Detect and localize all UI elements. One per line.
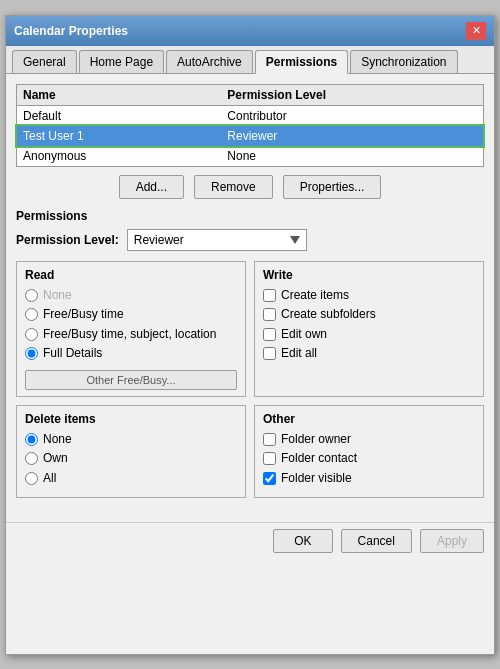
lower-permissions-sections: Delete items None Own All Other	[16, 405, 484, 498]
other-folder-owner-checkbox[interactable]	[263, 433, 276, 446]
properties-button[interactable]: Properties...	[283, 175, 382, 199]
write-edit-all-label: Edit all	[281, 346, 317, 362]
row-level: Contributor	[227, 109, 477, 123]
write-create-items-row: Create items	[263, 288, 475, 304]
write-edit-own-label: Edit own	[281, 327, 327, 343]
apply-button[interactable]: Apply	[420, 529, 484, 553]
other-freebusy-button[interactable]: Other Free/Busy...	[25, 370, 237, 390]
other-folder-visible-checkbox[interactable]	[263, 472, 276, 485]
dialog-window: Calendar Properties ✕ General Home Page …	[5, 15, 495, 655]
header-level: Permission Level	[227, 88, 477, 102]
read-freebusy-radio[interactable]	[25, 308, 38, 321]
delete-own-radio[interactable]	[25, 452, 38, 465]
write-create-items-checkbox[interactable]	[263, 289, 276, 302]
delete-all-row: All	[25, 471, 237, 487]
delete-own-label: Own	[43, 451, 68, 467]
other-folder-visible-row: Folder visible	[263, 471, 475, 487]
dialog-title: Calendar Properties	[14, 24, 128, 38]
write-create-subfolders-checkbox[interactable]	[263, 308, 276, 321]
write-edit-all-row: Edit all	[263, 346, 475, 362]
read-freebusy-label: Free/Busy time	[43, 307, 124, 323]
header-name: Name	[23, 88, 227, 102]
title-bar: Calendar Properties ✕	[6, 16, 494, 46]
read-full-label: Full Details	[43, 346, 102, 362]
write-edit-own-row: Edit own	[263, 327, 475, 343]
other-folder-contact-row: Folder contact	[263, 451, 475, 467]
read-freebusy-row: Free/Busy time	[25, 307, 237, 323]
remove-button[interactable]: Remove	[194, 175, 273, 199]
write-create-items-label: Create items	[281, 288, 349, 304]
permission-level-select[interactable]: Reviewer	[127, 229, 307, 251]
row-level: None	[227, 149, 477, 163]
read-freebusydetail-radio[interactable]	[25, 328, 38, 341]
delete-none-label: None	[43, 432, 72, 448]
row-name: Anonymous	[23, 149, 227, 163]
ok-button[interactable]: OK	[273, 529, 332, 553]
content-area: Name Permission Level Default Contributo…	[6, 74, 494, 516]
cancel-button[interactable]: Cancel	[341, 529, 412, 553]
tab-general[interactable]: General	[12, 50, 77, 73]
read-full-radio[interactable]	[25, 347, 38, 360]
read-none-label: None	[43, 288, 72, 304]
write-group-title: Write	[263, 268, 475, 282]
row-name: Test User 1	[23, 129, 227, 143]
other-folder-owner-label: Folder owner	[281, 432, 351, 448]
write-create-subfolders-row: Create subfolders	[263, 307, 475, 323]
permission-level-label: Permission Level:	[16, 233, 119, 247]
read-group: Read None Free/Busy time Free/Busy time,…	[16, 261, 246, 397]
delete-all-label: All	[43, 471, 56, 487]
write-create-subfolders-label: Create subfolders	[281, 307, 376, 323]
write-edit-all-checkbox[interactable]	[263, 347, 276, 360]
other-folder-contact-checkbox[interactable]	[263, 452, 276, 465]
read-freebusydetail-label: Free/Busy time, subject, location	[43, 327, 216, 343]
table-row[interactable]: Anonymous None	[17, 146, 483, 166]
read-none-row: None	[25, 288, 237, 304]
table-row[interactable]: Test User 1 Reviewer	[17, 126, 483, 146]
delete-none-row: None	[25, 432, 237, 448]
delete-own-row: Own	[25, 451, 237, 467]
read-freebusydetail-row: Free/Busy time, subject, location	[25, 327, 237, 343]
user-table: Name Permission Level Default Contributo…	[16, 84, 484, 167]
tab-autoarchive[interactable]: AutoArchive	[166, 50, 253, 73]
table-header: Name Permission Level	[17, 85, 483, 106]
close-button[interactable]: ✕	[466, 22, 486, 40]
permissions-sections: Read None Free/Busy time Free/Busy time,…	[16, 261, 484, 397]
row-level: Reviewer	[227, 129, 477, 143]
other-group: Other Folder owner Folder contact Folder…	[254, 405, 484, 498]
write-group: Write Create items Create subfolders Edi…	[254, 261, 484, 397]
action-buttons: Add... Remove Properties...	[16, 175, 484, 199]
tab-bar: General Home Page AutoArchive Permission…	[6, 46, 494, 74]
table-row[interactable]: Default Contributor	[17, 106, 483, 126]
other-folder-owner-row: Folder owner	[263, 432, 475, 448]
tab-permissions[interactable]: Permissions	[255, 50, 348, 74]
delete-all-radio[interactable]	[25, 472, 38, 485]
delete-group-title: Delete items	[25, 412, 237, 426]
other-group-title: Other	[263, 412, 475, 426]
tab-synchronization[interactable]: Synchronization	[350, 50, 457, 73]
read-full-row: Full Details	[25, 346, 237, 362]
other-folder-visible-label: Folder visible	[281, 471, 352, 487]
bottom-buttons: OK Cancel Apply	[6, 522, 494, 563]
write-edit-own-checkbox[interactable]	[263, 328, 276, 341]
delete-none-radio[interactable]	[25, 433, 38, 446]
permissions-label: Permissions	[16, 209, 484, 223]
delete-group: Delete items None Own All	[16, 405, 246, 498]
permission-level-row: Permission Level: Reviewer	[16, 229, 484, 251]
add-button[interactable]: Add...	[119, 175, 184, 199]
read-group-title: Read	[25, 268, 237, 282]
other-folder-contact-label: Folder contact	[281, 451, 357, 467]
tab-homepage[interactable]: Home Page	[79, 50, 164, 73]
read-none-radio[interactable]	[25, 289, 38, 302]
row-name: Default	[23, 109, 227, 123]
